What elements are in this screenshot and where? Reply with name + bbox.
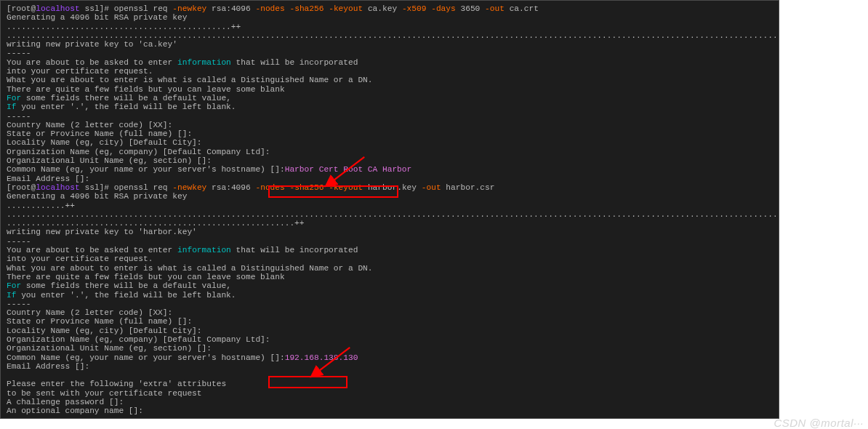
prompt-ou: Organizational Unit Name (eg, section) [… [1, 156, 779, 165]
arg: ca.crt [505, 4, 539, 13]
terminal-window[interactable]: [root@localhost ssl]# openssl req -newke… [0, 0, 779, 419]
output-line: ........................................… [1, 23, 779, 31]
flag: -out [422, 183, 441, 192]
prompt-cn: Common Name (eg, your name or your serve… [1, 165, 779, 174]
output-line: ----- [1, 300, 779, 308]
output-line: ............++ [1, 201, 779, 210]
prompt-cn: Common Name (eg, your name or your serve… [1, 353, 779, 362]
arg: rsa:4096 [206, 183, 255, 192]
prompt-path: ssl]# [80, 183, 114, 192]
prompt-org: Organization Name (eg, company) [Default… [1, 148, 779, 156]
output-line: into your certificate request. [1, 254, 779, 263]
prompt-email: Email Address []: [1, 175, 779, 183]
prompt-country: Country Name (2 letter code) [XX]: [1, 308, 779, 317]
prompt-org: Organization Name (eg, company) [Default… [1, 335, 779, 344]
flag: -newkey [172, 183, 206, 192]
flag: -x509 [402, 4, 431, 13]
output-line: ----- [1, 49, 779, 57]
keyword-if: If [7, 291, 16, 300]
keyword-for: For [7, 281, 21, 290]
output-line: For some fields there will be a default … [1, 94, 779, 103]
prompt-email: Email Address []: [1, 362, 779, 371]
output-line: For some fields there will be a default … [1, 281, 779, 290]
highlight-box-ca-cn [268, 185, 398, 198]
output-line: writing new private key to 'harbor.key' [1, 228, 779, 236]
output-line: What you are about to enter is what is c… [1, 76, 779, 84]
arrow-icon [326, 156, 370, 185]
flag: -days [431, 4, 456, 13]
output-line: to be sent with your certificate request [1, 389, 779, 398]
output-line: You are about to be asked to enter infor… [1, 246, 779, 254]
output-line: ........................................… [1, 210, 779, 219]
output-line: ----- [1, 237, 779, 246]
svg-line-1 [318, 348, 350, 372]
flag: -newkey [172, 4, 206, 13]
output-line: If you enter '.', the field will be left… [1, 103, 779, 111]
output-line: Please enter the following 'extra' attri… [1, 380, 779, 388]
command: openssl req [114, 183, 173, 192]
output-line: Generating a 4096 bit RSA private key [1, 13, 779, 22]
flag: -sha256 [289, 4, 329, 13]
prompt-open: [root@ [7, 183, 36, 192]
blank-line [1, 371, 779, 380]
output-line: ........................................… [1, 31, 779, 40]
prompt-state: State or Province Name (full name) []: [1, 317, 779, 326]
prompt-country: Country Name (2 letter code) [XX]: [1, 121, 779, 129]
output-line: into your certificate request. [1, 67, 779, 76]
prompt-open: [root@ [7, 4, 36, 13]
keyword-information: information [177, 58, 231, 67]
output-line: There are quite a few fields but you can… [1, 273, 779, 281]
arg: ca.key [363, 4, 402, 13]
prompt-state: State or Province Name (full name) []: [1, 129, 779, 138]
arg: harbor.csr [441, 183, 495, 192]
prompt-optional-company: An optional company name []: [1, 406, 779, 415]
highlight-box-ip-cn [268, 376, 347, 388]
prompt-path: ssl]# [80, 4, 114, 13]
output-line: writing new private key to 'ca.key' [1, 40, 779, 49]
prompt-locality: Locality Name (eg, city) [Default City]: [1, 138, 779, 147]
watermark: CSDN @mortal··· [773, 417, 864, 429]
cmd-line-1: [root@localhost ssl]# openssl req -newke… [1, 4, 779, 13]
arg: 3650 [456, 4, 485, 13]
hostname: localhost [36, 183, 79, 192]
svg-line-0 [332, 157, 364, 182]
command: openssl req [114, 4, 173, 13]
output-line: There are quite a few fields but you can… [1, 85, 779, 94]
arg: rsa:4096 [206, 4, 255, 13]
output-line: If you enter '.', the field will be left… [1, 291, 779, 300]
flag: -nodes [255, 4, 289, 13]
keyword-if: If [7, 103, 16, 111]
prompt-ou: Organizational Unit Name (eg, section) [… [1, 344, 779, 353]
hostname: localhost [36, 4, 79, 13]
flag: -keyout [329, 4, 363, 13]
output-line: ----- [1, 112, 779, 121]
prompt-locality: Locality Name (eg, city) [Default City]: [1, 326, 779, 335]
output-line: What you are about to enter is what is c… [1, 264, 779, 273]
prompt-challenge: A challenge password []: [1, 398, 779, 406]
flag: -out [485, 4, 505, 13]
output-line: You are about to be asked to enter infor… [1, 58, 779, 67]
keyword-information: information [177, 246, 231, 254]
output-line: ........................................… [1, 219, 779, 228]
arrow-icon [312, 346, 355, 375]
keyword-for: For [7, 94, 21, 103]
